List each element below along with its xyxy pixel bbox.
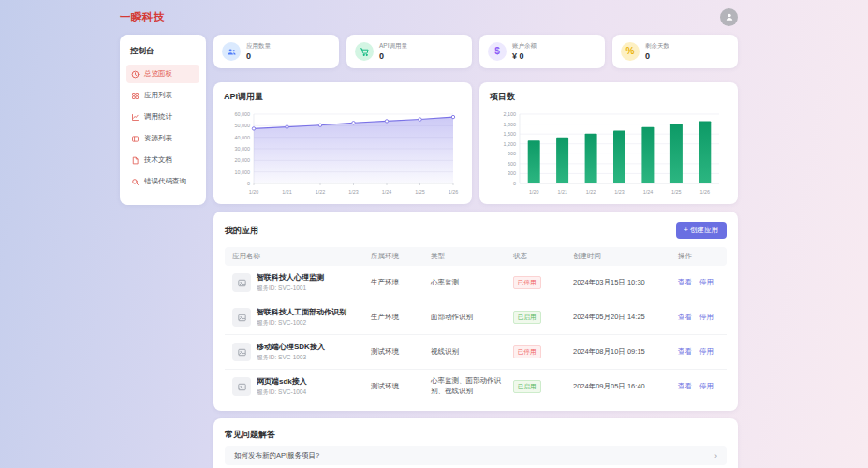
svg-text:1/20: 1/20: [529, 189, 539, 195]
sidebar: 控制台 总览面板 应用列表 调用统计 资源列表 技术文档 错误代码查询: [120, 35, 206, 205]
stat-card: API调用量 0: [346, 35, 472, 68]
view-link[interactable]: 查看: [678, 382, 692, 391]
svg-text:1/22: 1/22: [316, 189, 326, 195]
view-link[interactable]: 查看: [678, 347, 692, 357]
view-link[interactable]: 查看: [678, 278, 692, 287]
app-type: 心率监测、面部动作识别、视线识别: [431, 376, 513, 397]
chevron-right-icon: ›: [714, 452, 717, 461]
status-badge: 已停用: [513, 345, 541, 358]
sidebar-item-search[interactable]: 错误代码查询: [126, 172, 199, 191]
app-env: 生产环境: [371, 313, 431, 322]
app-service-id: 服务ID: SVC-1002: [257, 319, 346, 328]
svg-text:1/26: 1/26: [449, 189, 459, 195]
stats-icon: [131, 113, 140, 122]
create-app-button[interactable]: + 创建应用: [676, 222, 727, 239]
stat-card: $ 账户余额 ¥ 0: [479, 35, 605, 68]
disable-link[interactable]: 停用: [699, 382, 714, 391]
stat-label: 账户余额: [512, 42, 537, 51]
app-list-icon: [131, 92, 140, 100]
sidebar-item-resource[interactable]: 资源列表: [126, 129, 199, 148]
svg-text:0: 0: [247, 181, 250, 186]
app-service-id: 服务ID: SVC-1003: [257, 354, 325, 362]
topbar: 一瞬科技: [0, 0, 868, 35]
app-env: 生产环境: [371, 278, 431, 287]
svg-text:60,000: 60,000: [235, 111, 251, 117]
table-row: 网页端sdk接入 服务ID: SVC-1004 测试环境 心率监测、面部动作识别…: [225, 370, 727, 403]
chart-title: 项目数: [490, 91, 728, 103]
brand-logo[interactable]: 一瞬科技: [120, 10, 165, 24]
app-type: 心率监测: [431, 278, 513, 288]
sidebar-item-stats[interactable]: 调用统计: [126, 108, 199, 126]
app-file-icon: [232, 273, 251, 292]
stat-label: API调用量: [379, 42, 407, 51]
faq-question: 如何发布新的API服务项目?: [234, 451, 319, 461]
docs-icon: [131, 156, 140, 165]
sidebar-item-dashboard[interactable]: 总览面板: [126, 65, 199, 83]
svg-text:900: 900: [508, 151, 516, 156]
app-created-time: 2024年09月05日 16:40: [573, 382, 678, 391]
app-created-time: 2024年08月10日 09:15: [573, 347, 678, 357]
app-file-icon: [232, 377, 251, 396]
app-created-time: 2024年03月15日 10:30: [573, 278, 678, 287]
svg-text:40,000: 40,000: [235, 135, 251, 140]
app-type: 面部动作识别: [431, 313, 513, 323]
svg-text:1/24: 1/24: [643, 189, 654, 195]
stat-value: 0: [246, 51, 271, 61]
svg-text:1/21: 1/21: [557, 189, 567, 195]
disable-link[interactable]: 停用: [699, 347, 714, 357]
status-badge: 已停用: [513, 276, 541, 289]
app-env: 测试环境: [371, 382, 431, 391]
svg-text:1/24: 1/24: [382, 189, 392, 195]
svg-text:300: 300: [508, 170, 516, 176]
svg-text:0: 0: [513, 181, 516, 186]
stat-value: 0: [645, 51, 669, 61]
table-row: 智联科技人工面部动作识别 服务ID: SVC-1002 生产环境 面部动作识别 …: [225, 300, 727, 335]
app-name: 移动端心理SDK接入: [257, 342, 325, 352]
users-icon: [222, 42, 241, 61]
column-header: 状态: [513, 252, 573, 261]
faq-item[interactable]: 如何发布新的API服务项目? ›: [225, 446, 727, 465]
app-type: 视线识别: [431, 347, 513, 358]
svg-text:20,000: 20,000: [235, 157, 251, 163]
svg-text:30,000: 30,000: [235, 146, 251, 152]
projects-bar-chart: 03006009001,2001,5001,8002,1001/201/211/…: [490, 109, 728, 197]
user-icon: [724, 9, 735, 26]
app-service-id: 服务ID: SVC-1004: [257, 388, 307, 397]
search-icon: [131, 178, 140, 186]
resource-icon: [131, 135, 140, 143]
table-body: 智联科技人心理监测 服务ID: SVC-1001 生产环境 心率监测 已停用 2…: [225, 266, 727, 403]
section-title: 我的应用: [225, 225, 258, 237]
svg-text:1/25: 1/25: [415, 189, 425, 195]
svg-text:1,500: 1,500: [504, 131, 517, 137]
svg-text:1,200: 1,200: [504, 141, 517, 147]
column-header: 创建时间: [573, 252, 678, 261]
stat-card: % 剩余天数 0: [612, 35, 738, 68]
app-service-id: 服务ID: SVC-1001: [257, 285, 324, 293]
svg-text:1/23: 1/23: [348, 189, 359, 195]
sidebar-item-app-list[interactable]: 应用列表: [126, 86, 199, 105]
main-layout: 控制台 总览面板 应用列表 调用统计 资源列表 技术文档 错误代码查询 应用数量…: [120, 35, 738, 468]
stat-label: 剩余天数: [645, 42, 669, 51]
column-header: 应用名称: [232, 252, 371, 261]
disable-link[interactable]: 停用: [699, 313, 714, 322]
svg-text:1/23: 1/23: [614, 189, 625, 195]
stats-row: 应用数量 0 API调用量 0 $ 账户余额 ¥ 0 % 剩余天数 0: [213, 35, 738, 68]
sidebar-nav: 总览面板 应用列表 调用统计 资源列表 技术文档 错误代码查询: [126, 65, 199, 191]
charts-row: API调用量 010,00020,00030,00040,00050,00060…: [213, 82, 738, 204]
content-column: 应用数量 0 API调用量 0 $ 账户余额 ¥ 0 % 剩余天数 0 API调…: [213, 35, 738, 468]
stat-card: 应用数量 0: [213, 35, 339, 68]
column-header: 类型: [431, 252, 513, 261]
app-file-icon: [232, 343, 251, 361]
sidebar-item-docs[interactable]: 技术文档: [126, 151, 199, 169]
view-link[interactable]: 查看: [678, 313, 692, 322]
app-file-icon: [232, 308, 251, 327]
svg-text:10,000: 10,000: [235, 169, 251, 175]
table-header: 应用名称 所属环境 类型 状态 创建时间 操作: [225, 247, 727, 266]
disable-link[interactable]: 停用: [699, 278, 714, 287]
user-avatar[interactable]: [720, 8, 738, 26]
percent-icon: %: [621, 42, 640, 61]
projects-chart-card: 项目数 03006009001,2001,5001,8002,1001/201/…: [479, 82, 738, 204]
svg-text:1/25: 1/25: [671, 189, 682, 195]
cart-icon: [355, 42, 374, 61]
column-header: 所属环境: [371, 252, 431, 261]
